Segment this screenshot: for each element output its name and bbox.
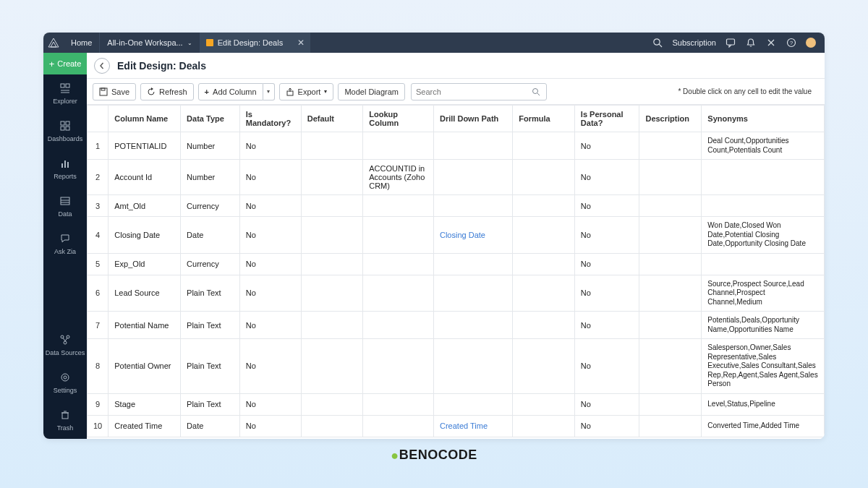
table-cell[interactable]: Date <box>181 415 240 437</box>
table-row[interactable]: 7Potential NamePlain TextNoNoPotentials,… <box>88 312 825 339</box>
table-cell[interactable]: No <box>574 217 639 254</box>
table-cell[interactable]: No <box>239 312 301 339</box>
table-cell[interactable] <box>433 132 512 160</box>
create-button[interactable]: + Create <box>43 53 87 74</box>
table-cell[interactable] <box>433 275 512 312</box>
bell-icon[interactable] <box>745 37 757 48</box>
table-cell[interactable]: Deal Count,Opportunities Count,Potential… <box>702 132 825 160</box>
table-row[interactable]: 2Account IdNumberNoACCOUNTID in Accounts… <box>88 160 825 195</box>
table-cell[interactable] <box>639 275 702 312</box>
table-cell[interactable] <box>363 253 434 275</box>
sidebar-item-settings[interactable]: Settings <box>43 364 87 401</box>
table-cell[interactable]: No <box>574 415 639 437</box>
table-cell[interactable]: Level,Status,Pipeline <box>702 393 825 415</box>
table-cell[interactable]: Stage <box>109 393 181 415</box>
col-personal[interactable]: Is Personal Data? <box>574 106 639 132</box>
table-cell[interactable]: 10 <box>88 415 109 437</box>
table-cell[interactable]: No <box>574 393 639 415</box>
table-cell[interactable] <box>702 160 825 195</box>
table-cell[interactable]: 4 <box>88 217 109 254</box>
table-cell[interactable]: Account Id <box>109 160 181 195</box>
sidebar-item-trash[interactable]: Trash <box>43 401 87 439</box>
table-cell[interactable] <box>363 312 434 339</box>
sidebar-item-data[interactable]: Data <box>43 187 87 225</box>
subscription-link[interactable]: Subscription <box>672 38 716 47</box>
table-cell[interactable] <box>513 339 575 394</box>
col-synonyms[interactable]: Synonyms <box>702 106 825 132</box>
table-cell[interactable] <box>639 339 702 394</box>
table-cell[interactable] <box>433 312 512 339</box>
col-drill[interactable]: Drill Down Path <box>433 106 512 132</box>
table-cell[interactable] <box>363 132 434 160</box>
col-column-name[interactable]: Column Name <box>109 106 181 132</box>
table-cell[interactable] <box>301 217 363 254</box>
table-cell[interactable]: Plain Text <box>181 312 240 339</box>
table-row[interactable]: 9StagePlain TextNoNoLevel,Status,Pipelin… <box>88 393 825 415</box>
table-row[interactable]: 4Closing DateDateNoClosing DateNoWon Dat… <box>88 217 825 254</box>
table-cell[interactable]: No <box>239 415 301 437</box>
table-cell[interactable]: Exp_Old <box>109 253 181 275</box>
table-cell[interactable]: Created Time <box>433 415 512 437</box>
table-cell[interactable] <box>513 160 575 195</box>
table-cell[interactable]: 5 <box>88 253 109 275</box>
table-cell[interactable] <box>513 253 575 275</box>
table-cell[interactable] <box>363 217 434 254</box>
table-row[interactable]: 5Exp_OldCurrencyNoNo <box>88 253 825 275</box>
table-cell[interactable]: Currency <box>181 195 240 217</box>
table-cell[interactable] <box>301 195 363 217</box>
table-cell[interactable] <box>639 393 702 415</box>
table-cell[interactable] <box>639 160 702 195</box>
close-icon[interactable]: ✕ <box>287 38 305 48</box>
table-cell[interactable] <box>639 217 702 254</box>
sidebar-item-dashboards[interactable]: Dashboards <box>43 112 87 150</box>
table-cell[interactable] <box>301 415 363 437</box>
app-logo-icon[interactable] <box>43 33 64 53</box>
table-cell[interactable] <box>433 160 512 195</box>
table-cell[interactable]: Closing Date <box>109 217 181 254</box>
table-cell[interactable] <box>363 415 434 437</box>
table-cell[interactable] <box>513 132 575 160</box>
table-cell[interactable] <box>639 312 702 339</box>
table-cell[interactable] <box>301 160 363 195</box>
add-column-button[interactable]: + Add Column ▾ <box>198 83 275 100</box>
search-icon[interactable] <box>652 37 663 48</box>
table-cell[interactable]: 9 <box>88 393 109 415</box>
table-cell[interactable] <box>639 132 702 160</box>
table-cell[interactable]: POTENTIALID <box>109 132 181 160</box>
sidebar-item-ask-zia[interactable]: Ask Zia <box>43 225 87 262</box>
col-description[interactable]: Description <box>639 106 702 132</box>
table-cell[interactable] <box>433 253 512 275</box>
table-cell[interactable]: No <box>574 275 639 312</box>
table-cell[interactable]: 2 <box>88 160 109 195</box>
table-cell[interactable] <box>301 312 363 339</box>
tab-edit-design[interactable]: Edit Design: Deals ✕ <box>200 33 311 53</box>
table-cell[interactable] <box>513 393 575 415</box>
sidebar-item-explorer[interactable]: Explorer <box>43 74 87 112</box>
table-cell[interactable]: No <box>239 132 301 160</box>
table-cell[interactable]: Created Time <box>109 415 181 437</box>
table-cell[interactable]: No <box>574 312 639 339</box>
table-cell[interactable] <box>702 195 825 217</box>
table-cell[interactable]: No <box>239 160 301 195</box>
table-cell[interactable]: No <box>239 195 301 217</box>
table-row[interactable]: 8Potential OwnerPlain TextNoNoSalesperso… <box>88 339 825 394</box>
export-button[interactable]: Export ▾ <box>279 83 334 100</box>
table-cell[interactable]: Closing Date <box>433 217 512 254</box>
table-cell[interactable] <box>301 253 363 275</box>
avatar[interactable] <box>806 38 816 48</box>
table-cell[interactable]: Potentials,Deals,Opportunity Name,Opport… <box>702 312 825 339</box>
table-row[interactable]: 6Lead SourcePlain TextNoNoSource,Prospec… <box>88 275 825 312</box>
table-cell[interactable] <box>513 415 575 437</box>
save-button[interactable]: Save <box>93 83 136 100</box>
table-cell[interactable] <box>702 253 825 275</box>
table-cell[interactable]: No <box>574 253 639 275</box>
col-default[interactable]: Default <box>301 106 363 132</box>
table-cell[interactable] <box>639 195 702 217</box>
table-cell[interactable]: 1 <box>88 132 109 160</box>
table-cell[interactable]: Source,Prospect Source,Lead Channel,Pros… <box>702 275 825 312</box>
table-row[interactable]: 10Created TimeDateNoCreated TimeNoConver… <box>88 415 825 437</box>
table-cell[interactable] <box>433 195 512 217</box>
workspace-selector[interactable]: All-in-One Workspa... ⌄ <box>100 33 200 53</box>
table-cell[interactable]: No <box>239 339 301 394</box>
table-cell[interactable]: 7 <box>88 312 109 339</box>
